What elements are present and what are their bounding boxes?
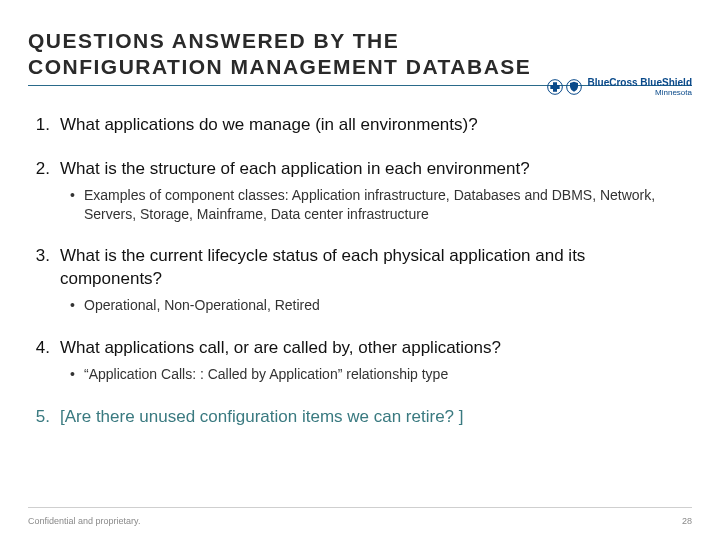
shield-icon	[566, 79, 582, 95]
sub-item: • Operational, Non-Operational, Retired	[28, 296, 692, 315]
question-item: 2. What is the structure of each applica…	[28, 158, 692, 224]
question-item: 1. What applications do we manage (in al…	[28, 114, 692, 136]
question-row: 1. What applications do we manage (in al…	[28, 114, 692, 136]
bullet-icon: •	[70, 365, 84, 384]
cross-icon	[547, 79, 563, 95]
sub-list: • Operational, Non-Operational, Retired	[28, 296, 692, 315]
logo-text: BlueCross BlueShield Minnesota	[588, 78, 692, 97]
question-item: 3. What is the current lifecycle status …	[28, 245, 692, 314]
question-number: 1.	[28, 115, 60, 135]
question-row: 2. What is the structure of each applica…	[28, 158, 692, 180]
question-text: [Are there unused configuration items we…	[60, 406, 464, 428]
logo-icons	[547, 79, 582, 95]
sub-text: Examples of component classes: Applicati…	[84, 186, 692, 224]
sub-list: • Examples of component classes: Applica…	[28, 186, 692, 224]
logo-main-text: BlueCross BlueShield	[588, 78, 692, 88]
question-row: 3. What is the current lifecycle status …	[28, 245, 692, 289]
question-list: 1. What applications do we manage (in al…	[28, 114, 692, 428]
question-text: What is the structure of each applicatio…	[60, 158, 530, 180]
logo-sub-text: Minnesota	[588, 89, 692, 97]
confidential-text: Confidential and proprietary.	[28, 516, 140, 526]
slide: QUESTIONS ANSWERED BY THE CONFIGURATION …	[0, 0, 720, 540]
sub-item: • “Application Calls: : Called by Applic…	[28, 365, 692, 384]
question-text: What applications call, or are called by…	[60, 337, 501, 359]
slide-title: QUESTIONS ANSWERED BY THE CONFIGURATION …	[28, 28, 531, 81]
question-item: 4. What applications call, or are called…	[28, 337, 692, 384]
question-item: 5. [Are there unused configuration items…	[28, 406, 692, 428]
question-number: 2.	[28, 159, 60, 179]
bullet-icon: •	[70, 296, 84, 315]
page-number: 28	[682, 516, 692, 526]
sub-text: “Application Calls: : Called by Applicat…	[84, 365, 448, 384]
question-number: 5.	[28, 407, 60, 427]
question-text: What applications do we manage (in all e…	[60, 114, 478, 136]
sub-item: • Examples of component classes: Applica…	[28, 186, 692, 224]
sub-list: • “Application Calls: : Called by Applic…	[28, 365, 692, 384]
sub-text: Operational, Non-Operational, Retired	[84, 296, 320, 315]
title-row: QUESTIONS ANSWERED BY THE CONFIGURATION …	[28, 28, 692, 86]
footer: Confidential and proprietary. 28	[28, 507, 692, 526]
brand-logo: BlueCross BlueShield Minnesota	[547, 78, 692, 99]
question-text: What is the current lifecycle status of …	[60, 245, 692, 289]
question-row: 5. [Are there unused configuration items…	[28, 406, 692, 428]
title-line-1: QUESTIONS ANSWERED BY THE	[28, 29, 399, 52]
question-row: 4. What applications call, or are called…	[28, 337, 692, 359]
question-number: 4.	[28, 338, 60, 358]
bullet-icon: •	[70, 186, 84, 205]
title-line-2: CONFIGURATION MANAGEMENT DATABASE	[28, 55, 531, 78]
question-number: 3.	[28, 246, 60, 266]
